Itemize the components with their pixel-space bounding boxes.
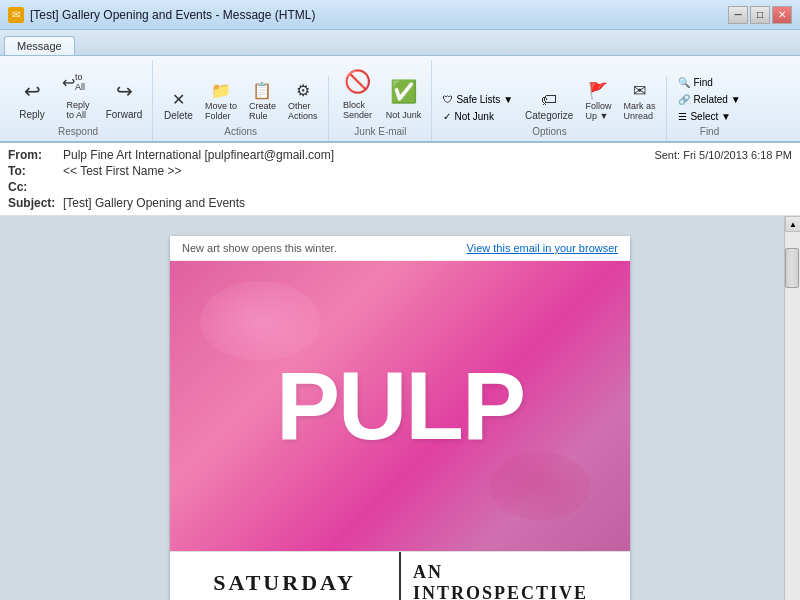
other-actions-button[interactable]: ⚙ OtherActions: [283, 78, 323, 124]
preview-text: New art show opens this winter.: [182, 242, 337, 254]
introspective-block: AN INTROSPECTIVE: [401, 552, 630, 600]
title-bar-left: ✉ [Test] Gallery Opening and Events - Me…: [8, 7, 315, 23]
not-junk-icon: ✅: [387, 76, 419, 108]
scroll-thumb[interactable]: [785, 248, 799, 288]
window-controls: ─ □ ✕: [728, 6, 792, 24]
delete-button[interactable]: ✕ Delete: [159, 87, 198, 124]
saturday-text: SATURDAY: [213, 570, 356, 596]
categorize-button[interactable]: 🏷 Categorize: [520, 88, 578, 124]
email-content: New art show opens this winter. View thi…: [170, 236, 630, 600]
subject-label: Subject:: [8, 196, 63, 210]
pulp-text: PULP: [276, 351, 524, 461]
minimize-button[interactable]: ─: [728, 6, 748, 24]
reply-all-icon: ↩to All: [62, 66, 94, 98]
email-body-area: New art show opens this winter. View thi…: [0, 216, 800, 600]
email-preview-header: New art show opens this winter. View thi…: [170, 236, 630, 261]
reply-button[interactable]: ↩ Reply: [10, 71, 54, 124]
select-icon: ☰: [678, 111, 687, 122]
respond-label: Respond: [58, 126, 98, 139]
cc-row: Cc:: [0, 179, 800, 195]
from-value: Pulp Fine Art International [pulpfineart…: [63, 148, 654, 162]
related-icon: 🔗: [678, 94, 690, 105]
app-icon: ✉: [8, 7, 24, 23]
sent-value: Sent: Fri 5/10/2013 6:18 PM: [654, 149, 792, 161]
junk-buttons: 🚫 BlockSender ✅ Not Junk: [335, 62, 425, 124]
title-bar: ✉ [Test] Gallery Opening and Events - Me…: [0, 0, 800, 30]
mark-unread-button[interactable]: ✉ Mark asUnread: [618, 78, 660, 124]
junk-label: Junk E-mail: [354, 126, 406, 139]
window-title: [Test] Gallery Opening and Events - Mess…: [30, 8, 315, 22]
sent-label: Sent:: [654, 149, 680, 161]
subject-row: Subject: [Test] Gallery Opening and Even…: [0, 195, 800, 211]
create-rule-button[interactable]: 📋 CreateRule: [244, 78, 281, 124]
reply-all-button[interactable]: ↩to All Replyto All: [56, 62, 100, 124]
to-row: To: << Test First Name >>: [0, 163, 800, 179]
safe-lists-icon: 🛡: [443, 94, 453, 105]
sent-date: Fri 5/10/2013 6:18 PM: [683, 149, 792, 161]
pink-banner: PULP: [170, 261, 630, 551]
options-top-row: 🛡 Safe Lists ▼ ✓ Not Junk: [438, 92, 518, 124]
find-label: Find: [700, 126, 719, 139]
respond-group: ↩ Reply ↩to All Replyto All ↪ Forward Re…: [4, 60, 153, 141]
reply-icon: ↩: [16, 75, 48, 107]
scroll-up-arrow[interactable]: ▲: [785, 216, 800, 232]
close-button[interactable]: ✕: [772, 6, 792, 24]
find-button[interactable]: 🔍 Find: [673, 75, 745, 90]
view-in-browser-link[interactable]: View this email in your browser: [467, 242, 618, 254]
options-group: 🛡 Safe Lists ▼ ✓ Not Junk 🏷 Categorize 🚩…: [432, 76, 667, 141]
check-icon: ✓: [443, 111, 451, 122]
actions-group: ✕ Delete 📁 Move toFolder 📋 CreateRule ⚙ …: [153, 76, 329, 141]
safe-lists-button[interactable]: 🛡 Safe Lists ▼: [438, 92, 518, 107]
cc-label: Cc:: [8, 180, 63, 194]
respond-buttons: ↩ Reply ↩to All Replyto All ↪ Forward: [10, 62, 146, 124]
from-label: From:: [8, 148, 63, 162]
ribbon: ↩ Reply ↩to All Replyto All ↪ Forward Re…: [0, 56, 800, 143]
vertical-scrollbar[interactable]: ▲ ▼: [784, 216, 800, 600]
select-button[interactable]: ☰ Select ▼: [673, 109, 745, 124]
ribbon-groups: ↩ Reply ↩to All Replyto All ↪ Forward Re…: [4, 60, 796, 141]
find-buttons: 🔍 Find 🔗 Related ▼ ☰ Select ▼: [673, 75, 745, 124]
from-row: From: Pulp Fine Art International [pulpf…: [0, 147, 800, 163]
forward-icon: ↪: [108, 75, 140, 107]
categorize-icon: 🏷: [541, 91, 557, 109]
block-sender-button[interactable]: 🚫 BlockSender: [335, 62, 379, 124]
tab-bar: Message: [0, 30, 800, 56]
email-header-bar: From: Pulp Fine Art International [pulpf…: [0, 143, 800, 216]
introspective-text: AN INTROSPECTIVE: [413, 562, 618, 600]
actions-icon: ⚙: [296, 81, 310, 100]
find-group: 🔍 Find 🔗 Related ▼ ☰ Select ▼ Find: [667, 73, 751, 141]
saturday-block: SATURDAY: [170, 552, 401, 600]
flag-icon: 🚩: [588, 81, 608, 100]
junk-email-group: 🚫 BlockSender ✅ Not Junk Junk E-mail: [329, 60, 432, 141]
delete-icon: ✕: [172, 90, 185, 109]
not-junk-opts-button[interactable]: ✓ Not Junk: [438, 109, 518, 124]
rule-icon: 📋: [252, 81, 272, 100]
bottom-strip: SATURDAY AN INTROSPECTIVE: [170, 551, 630, 600]
actions-label: Actions: [224, 126, 257, 139]
search-icon: 🔍: [678, 77, 690, 88]
options-label: Options: [532, 126, 566, 139]
to-value: << Test First Name >>: [63, 164, 792, 178]
folder-icon: 📁: [211, 81, 231, 100]
block-icon: 🚫: [341, 66, 373, 98]
related-button[interactable]: 🔗 Related ▼: [673, 92, 745, 107]
find-stacked: 🔍 Find 🔗 Related ▼ ☰ Select ▼: [673, 75, 745, 124]
follow-up-button[interactable]: 🚩 FollowUp ▼: [580, 78, 616, 124]
move-to-folder-button[interactable]: 📁 Move toFolder: [200, 78, 242, 124]
actions-buttons: ✕ Delete 📁 Move toFolder 📋 CreateRule ⚙ …: [159, 78, 322, 124]
options-buttons: 🛡 Safe Lists ▼ ✓ Not Junk 🏷 Categorize 🚩…: [438, 78, 660, 124]
mark-icon: ✉: [633, 81, 646, 100]
tab-message[interactable]: Message: [4, 36, 75, 55]
not-junk-button[interactable]: ✅ Not Junk: [381, 72, 425, 124]
forward-button[interactable]: ↪ Forward: [102, 71, 146, 124]
subject-value: [Test] Gallery Opening and Events: [63, 196, 792, 210]
to-label: To:: [8, 164, 63, 178]
restore-button[interactable]: □: [750, 6, 770, 24]
